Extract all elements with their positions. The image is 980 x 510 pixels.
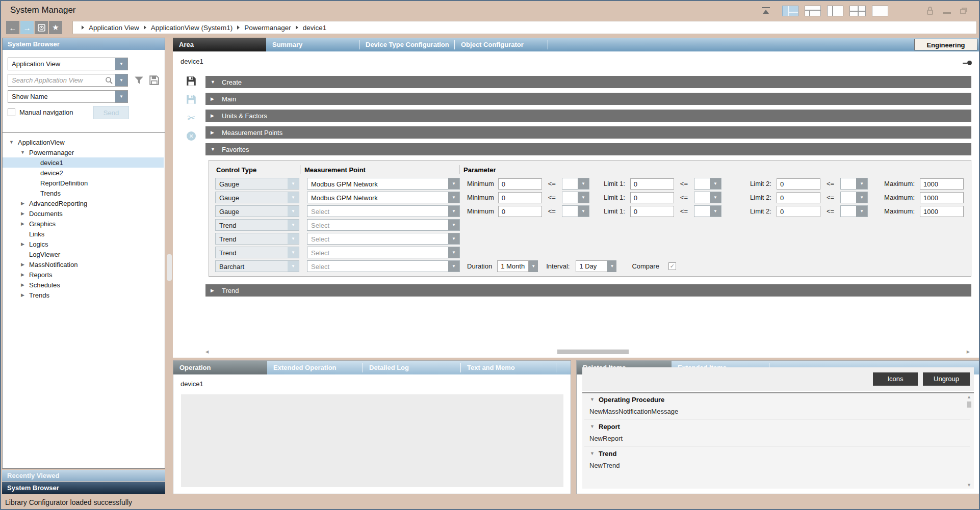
tab-area[interactable]: Area (173, 38, 266, 51)
chevron-right-icon[interactable]: ▶ (20, 272, 25, 277)
tab-summary[interactable]: Summary (266, 38, 359, 51)
tree-item-trends[interactable]: Trends (3, 188, 164, 198)
tree-item-applicationview[interactable]: ▼ApplicationView (3, 137, 164, 147)
tree-item-documents[interactable]: ▶Documents (3, 208, 164, 219)
comparator-dropdown[interactable]: ▼ (840, 192, 868, 203)
tree-item-links[interactable]: Links (3, 229, 164, 239)
breadcrumb-item[interactable]: Powermanager (244, 24, 291, 32)
breadcrumb-item[interactable]: Application View (89, 24, 139, 32)
comparator-dropdown[interactable]: ▼ (840, 178, 868, 190)
send-button[interactable]: Send (93, 106, 129, 119)
section-header-create[interactable]: ▼Create (205, 76, 971, 88)
chevron-down-icon[interactable]: ▼ (448, 261, 459, 272)
tree-item-schedules[interactable]: ▶Schedules (3, 280, 164, 290)
recently-viewed-bar[interactable]: Recently Viewed (2, 470, 165, 481)
control-type-dropdown[interactable]: Trend▼ (215, 219, 299, 231)
chevron-down-icon[interactable]: ▼ (710, 192, 721, 203)
layout-grid-icon[interactable] (849, 6, 866, 16)
chevron-down-icon[interactable]: ▼ (448, 206, 459, 217)
history-button[interactable] (35, 21, 48, 34)
tree-item-reportdefinition[interactable]: ReportDefinition (3, 178, 164, 188)
control-type-dropdown[interactable]: Gauge▼ (215, 205, 299, 217)
interval-dropdown[interactable]: 1 Day▼ (576, 260, 616, 272)
cut-button[interactable]: ✂ (185, 112, 198, 124)
layout-left-col-icon[interactable] (827, 6, 843, 16)
comparator-dropdown[interactable]: ▼ (694, 205, 721, 217)
tree-item-logics[interactable]: ▶Logics (3, 239, 164, 249)
engineering-mode-button[interactable]: Engineering (914, 39, 977, 50)
minimum-input[interactable]: 0 (498, 178, 542, 190)
ungroup-button[interactable]: Ungroup (923, 372, 970, 386)
chevron-right-icon[interactable]: ▶ (20, 211, 25, 216)
measurement-point-dropdown[interactable]: Select▼ (307, 233, 460, 245)
chevron-down-icon[interactable]: ▼ (589, 451, 595, 456)
layout-top-strip-icon[interactable] (805, 6, 821, 16)
icons-button[interactable]: Icons (873, 372, 918, 386)
chevron-down-icon[interactable]: ▼ (710, 206, 721, 217)
chevron-down-icon[interactable]: ▼ (589, 424, 595, 429)
chevron-down-icon[interactable]: ▼ (448, 178, 459, 189)
delete-button[interactable]: ✕ (185, 130, 198, 142)
layout-sidebar-split-icon[interactable] (782, 6, 798, 16)
chevron-down-icon[interactable]: ▼ (288, 206, 299, 217)
related-item-newreport[interactable]: NewReport (582, 433, 974, 445)
minimize-icon[interactable] (943, 12, 951, 14)
chevron-down-icon[interactable]: ▼ (856, 192, 867, 203)
save-filter-icon[interactable] (149, 75, 159, 85)
pin-icon[interactable] (963, 61, 972, 65)
chevron-down-icon[interactable]: ▼ (578, 178, 589, 189)
favorites-button[interactable]: ★ (49, 21, 62, 34)
tree-item-trends[interactable]: ▶Trends (3, 290, 164, 300)
horizontal-scrollbar[interactable]: ◀ ▶ (205, 350, 970, 354)
chevron-down-icon[interactable]: ▼ (856, 206, 867, 217)
tab-detailed-log[interactable]: Detailed Log (363, 361, 460, 374)
chevron-down-icon[interactable]: ▼ (448, 192, 459, 203)
chevron-down-icon[interactable]: ▼ (115, 74, 127, 86)
chevron-right-icon[interactable]: ▶ (20, 282, 25, 287)
measurement-point-dropdown[interactable]: Modbus GPM Network▼ (307, 192, 460, 203)
restore-icon[interactable] (960, 8, 968, 14)
horizontal-scrollbar-thumb[interactable] (557, 350, 629, 354)
vertical-scrollbar[interactable]: ▲ ▼ (967, 394, 973, 488)
tree-item-device1[interactable]: device1 (3, 157, 164, 168)
measurement-point-dropdown[interactable]: Select▼ (307, 247, 460, 258)
chevron-right-icon[interactable]: ▶ (20, 262, 25, 267)
limit2-input[interactable]: 0 (777, 178, 820, 190)
maximum-input[interactable]: 1000 (920, 178, 964, 190)
breadcrumb-item[interactable]: device1 (303, 24, 327, 32)
tab-device-type-configuration[interactable]: Device Type Configuration (359, 38, 454, 51)
chevron-down-icon[interactable]: ▼ (448, 247, 459, 258)
chevron-down-icon[interactable]: ▼ (856, 178, 867, 189)
panel-splitter-handle[interactable] (167, 254, 172, 281)
tree-item-graphics[interactable]: ▶Graphics (3, 219, 164, 229)
chevron-down-icon[interactable]: ▼ (288, 261, 299, 272)
control-type-dropdown[interactable]: Barchart▼ (215, 260, 299, 272)
related-item-newtrend[interactable]: NewTrend (582, 460, 974, 472)
comparator-dropdown[interactable]: ▼ (562, 192, 589, 203)
chevron-down-icon[interactable]: ▼ (607, 260, 616, 272)
minimum-input[interactable]: 0 (498, 192, 542, 203)
related-group-trend[interactable]: ▼Trend (582, 447, 974, 460)
control-type-dropdown[interactable]: Trend▼ (215, 247, 299, 258)
breadcrumb-item[interactable]: ApplicationView (System1) (151, 24, 233, 32)
tree-item-massnotification[interactable]: ▶MassNotification (3, 259, 164, 270)
section-header-trend[interactable]: ▶Trend (205, 284, 971, 297)
section-header-favorites[interactable]: ▼Favorites (205, 143, 971, 155)
tab-operation[interactable]: Operation (173, 361, 267, 374)
chevron-down-icon[interactable]: ▼ (288, 233, 299, 244)
section-header-units---factors[interactable]: ▶Units & Factors (205, 110, 971, 122)
chevron-down-icon[interactable]: ▼ (710, 178, 721, 189)
chevron-down-icon[interactable]: ▼ (115, 91, 127, 102)
manual-navigation-checkbox[interactable] (8, 109, 15, 116)
related-group-operating-procedure[interactable]: ▼Operating Procedure (582, 393, 974, 406)
display-mode-dropdown[interactable]: Show Name ▼ (8, 90, 128, 103)
duration-dropdown[interactable]: 1 Month▼ (497, 260, 538, 272)
chevron-down-icon[interactable]: ▼ (578, 192, 589, 203)
limit1-input[interactable]: 0 (630, 178, 674, 190)
chevron-down-icon[interactable]: ▼ (9, 140, 14, 145)
chevron-down-icon[interactable]: ▼ (20, 150, 25, 155)
tree-item-advancedreporting[interactable]: ▶AdvancedReporting (3, 198, 164, 208)
section-header-main[interactable]: ▶Main (205, 93, 971, 105)
vertical-scrollbar-thumb[interactable] (967, 401, 971, 408)
section-header-measurement-points[interactable]: ▶Measurement Points (205, 126, 971, 139)
